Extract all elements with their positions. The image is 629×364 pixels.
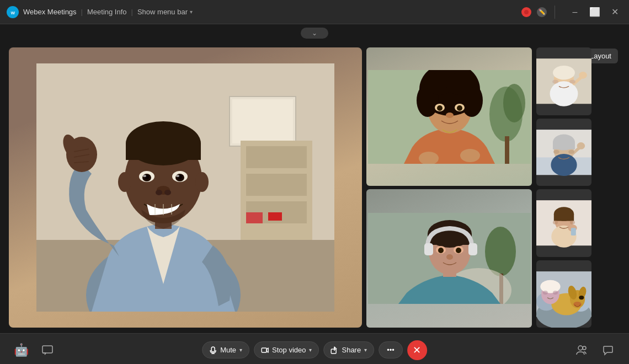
svg-point-26	[143, 175, 146, 177]
toolbar-left: 🤖	[11, 340, 57, 360]
participant-2-figure	[368, 213, 531, 304]
camera-icon	[261, 346, 269, 354]
toolbar-center: Mute ▾ Stop video ▾ Share ▾ •••	[202, 340, 427, 360]
svg-point-112	[573, 301, 582, 306]
end-call-icon: ✕	[413, 344, 421, 356]
svg-point-53	[457, 105, 462, 111]
webex-logo: W	[7, 6, 19, 18]
svg-point-18	[118, 172, 131, 192]
video-cell-2	[366, 189, 532, 328]
svg-point-114	[540, 280, 560, 293]
svg-point-116	[553, 290, 558, 294]
svg-rect-96	[554, 214, 574, 221]
svg-rect-65	[424, 243, 433, 255]
svg-point-87	[551, 153, 577, 175]
svg-rect-11	[246, 212, 263, 223]
collapse-button[interactable]: ⌄	[301, 28, 328, 39]
maximize-button[interactable]: ⬜	[587, 4, 603, 20]
video-cell-2-inner	[366, 189, 532, 328]
share-label: Share	[342, 346, 361, 354]
video-cell-1-inner	[366, 47, 532, 186]
stop-video-label: Stop video	[272, 346, 306, 354]
chat-toggle-button[interactable]	[38, 340, 57, 360]
stop-video-button[interactable]: Stop video ▾	[254, 341, 319, 358]
svg-point-56	[460, 149, 480, 162]
svg-rect-117	[42, 346, 52, 353]
main-content	[0, 42, 629, 333]
app-name: Webex Meetings	[23, 8, 77, 16]
strip-cell-2	[536, 119, 591, 186]
show-menu-bar-button[interactable]: Show menu bar ▾	[137, 8, 193, 16]
minimize-button[interactable]: –	[567, 4, 583, 20]
strip-cell-4	[536, 260, 591, 328]
svg-point-124	[578, 346, 583, 350]
svg-point-68	[438, 248, 444, 253]
svg-rect-121	[262, 348, 266, 352]
more-icon: •••	[387, 346, 395, 354]
participants-button[interactable]	[572, 340, 591, 360]
svg-rect-122	[331, 349, 336, 354]
strip-participant-4	[536, 260, 591, 328]
svg-rect-86	[553, 142, 575, 149]
svg-rect-99	[571, 228, 576, 235]
titlebar-divider	[555, 6, 555, 19]
mute-label: Mute	[220, 346, 236, 354]
collapse-bar: ⌄	[0, 24, 629, 42]
svg-point-79	[552, 80, 558, 84]
svg-rect-42	[505, 136, 509, 164]
emoji-reactions-button[interactable]: 🤖	[11, 340, 31, 360]
center-video-grid	[366, 47, 532, 328]
mute-button[interactable]: Mute ▾	[202, 341, 249, 358]
svg-point-49	[446, 73, 473, 95]
show-menu-bar-label: Show menu bar	[137, 8, 188, 16]
close-button[interactable]: ✕	[607, 4, 622, 20]
svg-rect-5	[232, 99, 293, 143]
video-cell-1	[366, 47, 532, 186]
chat-panel-button[interactable]	[598, 340, 618, 360]
svg-rect-66	[468, 243, 477, 255]
svg-point-78	[579, 72, 587, 79]
bottom-toolbar: 🤖 Mute ▾ Stop vi	[0, 333, 629, 364]
separator-1: |	[81, 8, 83, 16]
share-button[interactable]: Share ▾	[323, 341, 374, 358]
window-controls: – ⬜ ✕	[567, 4, 622, 20]
chat-icon	[41, 344, 54, 356]
svg-rect-8	[246, 146, 307, 168]
mute-chevron-icon: ▾	[239, 347, 242, 353]
record-button[interactable]	[521, 7, 531, 17]
more-options-button[interactable]: •••	[379, 341, 403, 358]
separator-2: |	[131, 8, 133, 16]
svg-rect-12	[268, 212, 282, 221]
collapse-icon: ⌄	[312, 29, 317, 37]
svg-point-89	[577, 142, 585, 149]
svg-rect-9	[246, 174, 307, 196]
annotation-button[interactable]: ✏️	[537, 7, 547, 17]
svg-point-41	[503, 84, 525, 122]
strip-participant-1	[536, 47, 591, 115]
strip-participant-2	[536, 119, 591, 186]
toolbar-right	[572, 340, 618, 360]
meeting-info-link[interactable]: Meeting Info	[87, 8, 127, 16]
title-bar: W Webex Meetings | Meeting Info | Show m…	[0, 0, 629, 24]
chat-panel-icon	[603, 345, 614, 356]
svg-point-19	[195, 172, 209, 192]
svg-rect-118	[211, 347, 215, 352]
stop-video-chevron-icon: ▾	[309, 347, 312, 353]
share-icon	[331, 346, 338, 354]
svg-text:W: W	[11, 10, 15, 15]
svg-point-30	[164, 190, 171, 195]
main-speaker-video	[9, 47, 362, 328]
svg-point-58	[485, 227, 516, 276]
share-chevron-icon: ▾	[364, 347, 367, 353]
svg-rect-17	[126, 143, 201, 160]
main-video-frame	[9, 47, 362, 328]
strip-participant-3	[536, 189, 591, 257]
layout-label: Layout	[590, 52, 611, 60]
participants-icon	[576, 345, 587, 356]
right-video-strip	[536, 47, 591, 328]
svg-point-115	[543, 290, 548, 294]
svg-point-100	[553, 221, 558, 224]
svg-point-29	[156, 190, 162, 195]
svg-point-51	[437, 105, 443, 111]
end-call-button[interactable]: ✕	[407, 340, 427, 360]
